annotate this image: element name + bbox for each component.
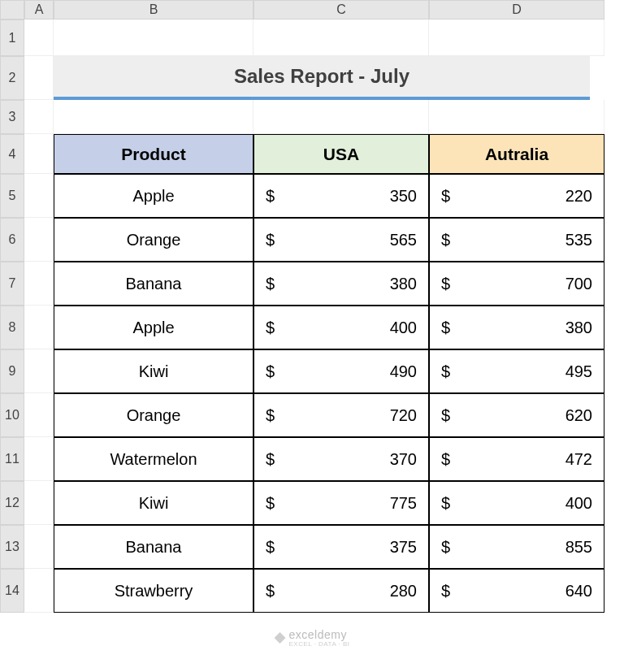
cell-A4[interactable]: [24, 134, 54, 174]
row-header-5[interactable]: 5: [0, 174, 24, 218]
watermark-brand: exceldemy: [288, 628, 346, 641]
cell-usa[interactable]: $350: [254, 174, 429, 218]
col-header-A[interactable]: A: [24, 0, 54, 20]
cell-product[interactable]: Watermelon: [54, 437, 254, 481]
cell-usa[interactable]: $375: [254, 525, 429, 569]
cell-B1[interactable]: [54, 20, 254, 56]
cell-aus[interactable]: $220: [429, 174, 604, 218]
row-header-3[interactable]: 3: [0, 100, 24, 134]
cell-A9[interactable]: [24, 349, 54, 393]
currency-symbol: $: [441, 450, 450, 469]
row-header-14[interactable]: 14: [0, 569, 24, 613]
cell-usa[interactable]: $490: [254, 349, 429, 393]
currency-symbol: $: [441, 231, 450, 249]
row-header-12[interactable]: 12: [0, 481, 24, 525]
currency-symbol: $: [441, 362, 450, 381]
cell-A2[interactable]: [24, 56, 54, 100]
cell-value: 280: [390, 582, 417, 600]
select-all-corner[interactable]: [0, 0, 24, 20]
cell-A11[interactable]: [24, 437, 54, 481]
currency-symbol: $: [266, 187, 275, 206]
row-header-2[interactable]: 2: [0, 56, 24, 100]
cell-product[interactable]: Banana: [54, 525, 254, 569]
currency-symbol: $: [266, 275, 275, 293]
cell-D1[interactable]: [429, 20, 604, 56]
cell-C3[interactable]: [254, 100, 429, 134]
currency-symbol: $: [266, 319, 275, 337]
cell-product[interactable]: Kiwi: [54, 481, 254, 525]
currency-symbol: $: [441, 187, 450, 206]
cell-A10[interactable]: [24, 393, 54, 437]
cell-usa[interactable]: $720: [254, 393, 429, 437]
currency-symbol: $: [266, 538, 275, 557]
row-header-11[interactable]: 11: [0, 437, 24, 481]
cell-product[interactable]: Banana: [54, 262, 254, 306]
cell-A12[interactable]: [24, 481, 54, 525]
cell-value: 720: [390, 406, 417, 425]
row-header-10[interactable]: 10: [0, 393, 24, 437]
col-header-B[interactable]: B: [54, 0, 254, 20]
currency-symbol: $: [266, 494, 275, 513]
row-header-1[interactable]: 1: [0, 20, 24, 56]
currency-symbol: $: [441, 538, 450, 557]
currency-symbol: $: [441, 275, 450, 293]
watermark: exceldemy EXCEL · DATA · BI: [274, 628, 349, 648]
row-header-9[interactable]: 9: [0, 349, 24, 393]
cell-usa[interactable]: $565: [254, 218, 429, 262]
cell-value: 380: [390, 275, 417, 293]
cell-product[interactable]: Kiwi: [54, 349, 254, 393]
col-header-D[interactable]: D: [429, 0, 604, 20]
cell-A14[interactable]: [24, 569, 54, 613]
cell-aus[interactable]: $855: [429, 525, 604, 569]
cell-aus[interactable]: $700: [429, 262, 604, 306]
row-header-6[interactable]: 6: [0, 218, 24, 262]
cell-value: 855: [566, 538, 592, 557]
cell-aus[interactable]: $472: [429, 437, 604, 481]
cell-usa[interactable]: $380: [254, 262, 429, 306]
cell-B3[interactable]: [54, 100, 254, 134]
cell-value: 640: [566, 582, 592, 600]
report-title[interactable]: Sales Report - July: [54, 56, 590, 100]
cell-aus[interactable]: $495: [429, 349, 604, 393]
cell-product[interactable]: Strawberry: [54, 569, 254, 613]
cell-A8[interactable]: [24, 306, 54, 349]
row-header-8[interactable]: 8: [0, 306, 24, 349]
cell-D3[interactable]: [429, 100, 604, 134]
cell-value: 380: [566, 319, 592, 337]
cell-usa[interactable]: $370: [254, 437, 429, 481]
currency-symbol: $: [266, 362, 275, 381]
table-header-usa[interactable]: USA: [254, 134, 429, 174]
cell-product[interactable]: Apple: [54, 174, 254, 218]
cell-product[interactable]: Orange: [54, 218, 254, 262]
cell-value: 620: [566, 406, 592, 425]
cell-product[interactable]: Orange: [54, 393, 254, 437]
cell-aus[interactable]: $535: [429, 218, 604, 262]
watermark-tagline: EXCEL · DATA · BI: [288, 641, 349, 648]
cell-A1[interactable]: [24, 20, 54, 56]
cell-aus[interactable]: $380: [429, 306, 604, 349]
col-header-C[interactable]: C: [254, 0, 429, 20]
currency-symbol: $: [266, 231, 275, 249]
cell-product[interactable]: Apple: [54, 306, 254, 349]
cell-A7[interactable]: [24, 262, 54, 306]
table-header-australia[interactable]: Autralia: [429, 134, 604, 174]
cell-A6[interactable]: [24, 218, 54, 262]
table-header-product[interactable]: Product: [54, 134, 254, 174]
row-header-4[interactable]: 4: [0, 134, 24, 174]
cell-value: 490: [390, 362, 417, 381]
cell-value: 400: [566, 494, 592, 513]
cell-value: 700: [566, 275, 592, 293]
cell-aus[interactable]: $400: [429, 481, 604, 525]
currency-symbol: $: [441, 319, 450, 337]
cell-A13[interactable]: [24, 525, 54, 569]
row-header-13[interactable]: 13: [0, 525, 24, 569]
cell-A3[interactable]: [24, 100, 54, 134]
cell-A5[interactable]: [24, 174, 54, 218]
cell-usa[interactable]: $400: [254, 306, 429, 349]
cell-aus[interactable]: $620: [429, 393, 604, 437]
cell-usa[interactable]: $280: [254, 569, 429, 613]
cell-usa[interactable]: $775: [254, 481, 429, 525]
cell-aus[interactable]: $640: [429, 569, 604, 613]
row-header-7[interactable]: 7: [0, 262, 24, 306]
cell-C1[interactable]: [254, 20, 429, 56]
